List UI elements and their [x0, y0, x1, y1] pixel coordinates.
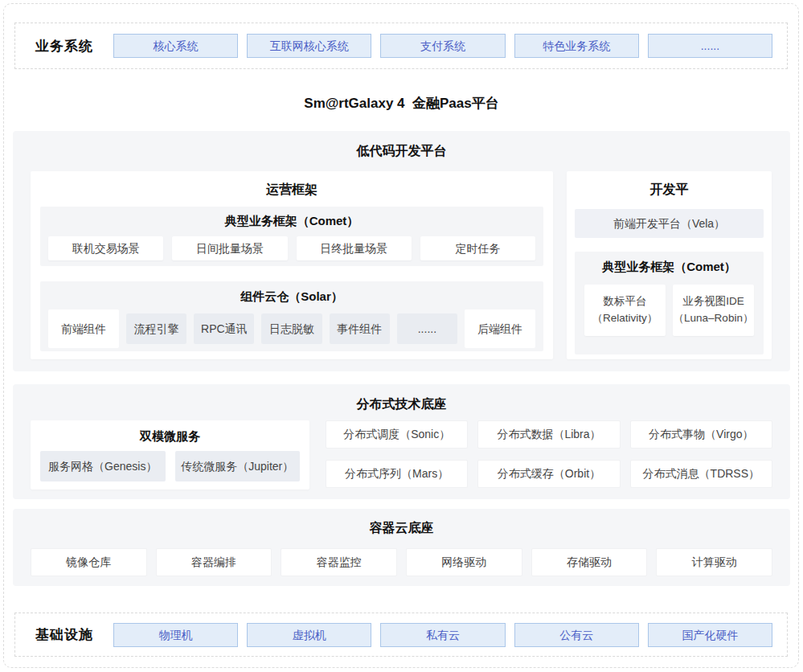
page-title: Sm@rtGalaxy 4 金融Paas平台	[0, 94, 803, 113]
component-process-engine: 流程引擎	[126, 313, 186, 344]
container-compute-driver: 计算驱动	[656, 548, 772, 576]
infra-public-cloud: 公有云	[514, 623, 639, 647]
infrastructure-row: 物理机 虚拟机 私有云 公有云 国产化硬件	[113, 623, 772, 647]
business-systems-row: 核心系统 互联网核心系统 支付系统 特色业务系统 ......	[113, 34, 772, 58]
dev-comet-box: 典型业务框架（Comet） 数标平台 （Relativity） 业务视图IDE …	[575, 252, 764, 354]
container-image-registry: 镜像仓库	[31, 548, 147, 576]
component-backend: 后端组件	[465, 309, 535, 348]
container-network-driver: 网络驱动	[406, 548, 522, 576]
business-systems-label: 业务系统	[15, 37, 113, 55]
business-system-internet-core: 互联网核心系统	[247, 34, 371, 58]
infra-private-cloud: 私有云	[380, 623, 505, 647]
dev-comet-cards: 数标平台 （Relativity） 业务视图IDE （Luna–Robin）	[575, 275, 764, 336]
dual-mode-title: 双模微服务	[31, 420, 309, 445]
component-ellipsis: ......	[397, 313, 457, 344]
low-code-platform-title: 低代码开发平台	[13, 131, 790, 160]
container-storage-driver: 存储驱动	[531, 548, 648, 576]
chip-genesis-mesh: 服务网格（Genesis）	[40, 451, 166, 481]
low-code-platform-section: 低代码开发平台 运营框架 典型业务框架（Comet） 联机交易场景 日间批量场景…	[13, 131, 790, 371]
distributed-cache-orbit: 分布式缓存（Orbit）	[477, 460, 620, 488]
card-relativity-name: 数标平台	[604, 293, 647, 310]
distributed-message-tdrss: 分布式消息（TDRSS）	[630, 460, 772, 488]
container-orchestration: 容器编排	[156, 548, 272, 576]
distributed-services-grid: 分布式调度（Sonic） 分布式数据（Libra） 分布式事物（Virgo） 分…	[326, 420, 772, 488]
distributed-scheduling-sonic: 分布式调度（Sonic）	[326, 420, 468, 449]
dev-comet-title: 典型业务框架（Comet）	[575, 252, 764, 275]
architecture-diagram: 业务系统 核心系统 互联网核心系统 支付系统 特色业务系统 ...... Sm@…	[0, 0, 803, 672]
comet-framework-title: 典型业务框架（Comet）	[40, 207, 543, 229]
scenario-endofday-batch: 日终批量场景	[297, 236, 412, 260]
business-system-special: 特色业务系统	[514, 34, 639, 58]
dual-mode-chips: 服务网格（Genesis） 传统微服务（Jupiter）	[31, 445, 309, 481]
dev-platform-box: 开发平 前端开发平台（Vela） 典型业务框架（Comet） 数标平台 （Rel…	[567, 171, 772, 359]
distributed-sequence-mars: 分布式序列（Mars）	[326, 460, 468, 488]
solar-components-row: 前端组件 流程引擎 RPC通讯 日志脱敏 事件组件 ...... 后端组件	[40, 305, 543, 348]
comet-framework-box: 典型业务框架（Comet） 联机交易场景 日间批量场景 日终批量场景 定时任务	[40, 207, 543, 266]
infrastructure-label: 基础设施	[15, 625, 113, 644]
component-rpc: RPC通讯	[194, 313, 254, 344]
infrastructure-band: 基础设施 物理机 虚拟机 私有云 公有云 国产化硬件	[14, 613, 788, 657]
operation-framework-box: 运营框架 典型业务框架（Comet） 联机交易场景 日间批量场景 日终批量场景 …	[31, 171, 553, 359]
business-system-core: 核心系统	[113, 34, 238, 58]
vela-frontend-platform: 前端开发平台（Vela）	[575, 209, 764, 238]
operation-framework-title: 运营框架	[31, 182, 553, 199]
business-system-payment: 支付系统	[380, 34, 505, 58]
container-base-row: 镜像仓库 容器编排 容器监控 网络驱动 存储驱动 计算驱动	[13, 537, 790, 576]
card-relativity-code: （Relativity）	[592, 310, 658, 327]
solar-warehouse-box: 组件云仓（Solar） 前端组件 流程引擎 RPC通讯 日志脱敏 事件组件 ..…	[40, 281, 543, 351]
distributed-data-libra: 分布式数据（Libra）	[477, 420, 620, 449]
card-relativity: 数标平台 （Relativity）	[584, 285, 666, 336]
distributed-base-section: 分布式技术底座 双模微服务 服务网格（Genesis） 传统微服务（Jupite…	[13, 384, 790, 499]
distributed-base-title: 分布式技术底座	[13, 384, 790, 413]
component-frontend: 前端组件	[48, 309, 119, 348]
component-log-masking: 日志脱敏	[261, 313, 322, 344]
infra-virtual-machine: 虚拟机	[247, 623, 371, 647]
distributed-transaction-virgo: 分布式事物（Virgo）	[630, 420, 772, 449]
container-base-title: 容器云底座	[13, 509, 790, 537]
component-event: 事件组件	[330, 313, 390, 344]
chip-jupiter-microservice: 传统微服务（Jupiter）	[175, 451, 301, 481]
infra-physical-machine: 物理机	[113, 623, 238, 647]
scenario-scheduled-task: 定时任务	[420, 236, 535, 260]
business-systems-band: 业务系统 核心系统 互联网核心系统 支付系统 特色业务系统 ......	[14, 23, 788, 69]
dual-mode-microservice-box: 双模微服务 服务网格（Genesis） 传统微服务（Jupiter）	[31, 420, 309, 490]
container-base-section: 容器云底座 镜像仓库 容器编排 容器监控 网络驱动 存储驱动 计算驱动	[13, 509, 790, 586]
scenario-online-trading: 联机交易场景	[48, 236, 163, 260]
card-luna-robin: 业务视图IDE （Luna–Robin）	[673, 285, 754, 336]
card-luna-robin-name: 业务视图IDE	[682, 293, 744, 310]
dev-platform-title: 开发平	[567, 182, 772, 199]
solar-warehouse-title: 组件云仓（Solar）	[40, 281, 543, 305]
comet-scenarios-row: 联机交易场景 日间批量场景 日终批量场景 定时任务	[40, 229, 543, 260]
card-luna-robin-code: （Luna–Robin）	[674, 310, 754, 327]
container-monitoring: 容器监控	[281, 548, 397, 576]
infra-domestic-hardware: 国产化硬件	[648, 623, 772, 647]
business-system-ellipsis: ......	[648, 34, 772, 58]
scenario-daytime-batch: 日间批量场景	[172, 236, 287, 260]
